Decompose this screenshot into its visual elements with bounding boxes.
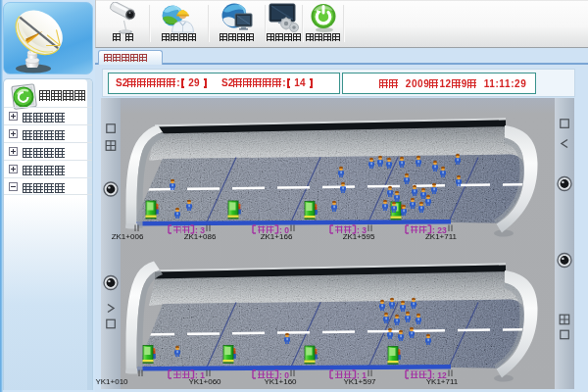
svg-text:ZK1+166: ZK1+166	[261, 232, 293, 241]
svg-text:YK1+711: YK1+711	[426, 377, 459, 386]
svg-text:ZK1+006: ZK1+006	[112, 232, 144, 241]
svg-text:YK1+597: YK1+597	[343, 377, 376, 386]
svg-text:YK1+160: YK1+160	[264, 377, 297, 386]
svg-text:ZK1+595: ZK1+595	[343, 232, 375, 241]
svg-text:YK1+060: YK1+060	[188, 377, 221, 386]
svg-text:ZK1+711: ZK1+711	[425, 232, 458, 241]
svg-text:YK1+010: YK1+010	[95, 377, 128, 386]
svg-text:ZK1+086: ZK1+086	[184, 232, 217, 241]
